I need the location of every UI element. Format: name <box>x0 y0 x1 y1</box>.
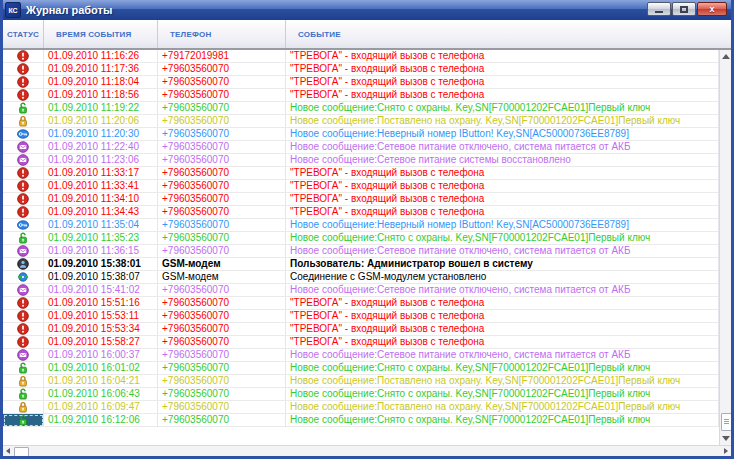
row-phone[interactable]: +79603560070 <box>158 375 286 388</box>
table-row[interactable]: 01.09.2010 16:01:02+79603560070Новое соо… <box>3 362 719 375</box>
row-phone[interactable]: +79603560070 <box>158 388 286 401</box>
row-phone[interactable]: +79603560070 <box>158 336 286 349</box>
row-phone[interactable]: +79603560070 <box>158 206 286 219</box>
close-button[interactable]: x <box>697 2 727 16</box>
alarm-icon[interactable] <box>3 76 44 89</box>
row-phone[interactable]: +79603560070 <box>158 219 286 232</box>
maximize-button[interactable] <box>672 2 696 16</box>
table-row[interactable]: 01.09.2010 11:23:06+79603560070Новое соо… <box>3 154 719 167</box>
row-event[interactable]: Соединение с GSM-модулем установлено <box>286 271 719 284</box>
row-event[interactable]: Новое сообщение:Сетевое питание системы … <box>286 154 719 167</box>
alarm-icon[interactable] <box>3 50 44 63</box>
lock-icon[interactable] <box>3 115 44 128</box>
table-row[interactable]: 01.09.2010 16:04:21+79603560070Новое соо… <box>3 375 719 388</box>
row-phone[interactable]: +79603560070 <box>158 297 286 310</box>
row-phone[interactable]: +79603560070 <box>158 401 286 414</box>
table-row[interactable]: 01.09.2010 15:58:27+79603560070"ТРЕВОГА"… <box>3 336 719 349</box>
row-phone[interactable]: GSM-модем <box>158 271 286 284</box>
table-row[interactable]: 01.09.2010 11:20:30+79603560070Новое соо… <box>3 128 719 141</box>
row-phone[interactable]: +79603560070 <box>158 362 286 375</box>
table-row[interactable]: 01.09.2010 11:17:36+79603560070"ТРЕВОГА"… <box>3 63 719 76</box>
row-phone[interactable]: +79603560070 <box>158 414 286 427</box>
key-icon[interactable] <box>3 219 44 232</box>
column-header-event[interactable]: СОБЫТИЕ <box>286 20 731 48</box>
row-phone[interactable]: +79603560070 <box>158 349 286 362</box>
envelope-icon[interactable] <box>3 154 44 167</box>
horizontal-scroll-thumb[interactable] <box>14 447 29 457</box>
row-phone[interactable]: +79172019981 <box>158 50 286 63</box>
vertical-scroll-thumb[interactable] <box>721 413 732 431</box>
row-time[interactable]: 01.09.2010 11:20:30 <box>44 128 158 141</box>
table-row[interactable]: 01.09.2010 16:00:37+79603560070Новое соо… <box>3 349 719 362</box>
lock-icon[interactable] <box>3 401 44 414</box>
user-icon[interactable] <box>3 258 44 271</box>
column-header-phone[interactable]: ТЕЛЕФОН <box>158 20 286 48</box>
row-event[interactable]: Новое сообщение:Сетевое питание отключен… <box>286 245 719 258</box>
row-time[interactable]: 01.09.2010 16:12:06 <box>44 414 158 427</box>
row-time[interactable]: 01.09.2010 11:33:17 <box>44 167 158 180</box>
row-event[interactable]: "ТРЕВОГА" - входящий вызов с телефона <box>286 310 719 323</box>
row-time[interactable]: 01.09.2010 11:36:15 <box>44 245 158 258</box>
row-event[interactable]: "ТРЕВОГА" - входящий вызов с телефона <box>286 193 719 206</box>
alarm-icon[interactable] <box>3 63 44 76</box>
row-event[interactable]: Новое сообщение:Неверный номер IButton! … <box>286 219 719 232</box>
row-event[interactable]: "ТРЕВОГА" - входящий вызов с телефона <box>286 297 719 310</box>
row-time[interactable]: 01.09.2010 11:35:04 <box>44 219 158 232</box>
row-phone[interactable]: +79603560070 <box>158 232 286 245</box>
row-time[interactable]: 01.09.2010 15:41:02 <box>44 284 158 297</box>
row-event[interactable]: Новое сообщение:Поставлено на охрану. Ke… <box>286 375 719 388</box>
table-row[interactable]: 01.09.2010 11:22:40+79603560070Новое соо… <box>3 141 719 154</box>
unlock-icon[interactable] <box>3 102 44 115</box>
unlock-icon[interactable] <box>3 414 44 427</box>
row-event[interactable]: Новое сообщение:Снято с охраны. Key,SN[F… <box>286 414 719 427</box>
scroll-right-icon[interactable] <box>724 448 728 454</box>
row-phone[interactable]: GSM-модем <box>158 258 286 271</box>
row-time[interactable]: 01.09.2010 15:51:16 <box>44 297 158 310</box>
table-row[interactable]: 01.09.2010 16:09:47+79603560070Новое соо… <box>3 401 719 414</box>
table-row[interactable]: 01.09.2010 16:12:06+79603560070Новое соо… <box>3 414 719 427</box>
column-header-status[interactable]: СТАТУС <box>3 20 44 48</box>
row-time[interactable]: 01.09.2010 16:00:37 <box>44 349 158 362</box>
row-time[interactable]: 01.09.2010 11:23:06 <box>44 154 158 167</box>
row-time[interactable]: 01.09.2010 11:35:23 <box>44 232 158 245</box>
table-row[interactable]: 01.09.2010 11:16:26+79172019981"ТРЕВОГА"… <box>3 50 719 63</box>
row-phone[interactable]: +79603560070 <box>158 167 286 180</box>
row-event[interactable]: Пользователь: Администратор вошел в сист… <box>286 258 719 271</box>
envelope-icon[interactable] <box>3 284 44 297</box>
row-event[interactable]: Новое сообщение:Поставлено на охрану. Ke… <box>286 115 719 128</box>
row-phone[interactable]: +79603560070 <box>158 115 286 128</box>
alarm-icon[interactable] <box>3 167 44 180</box>
table-row[interactable]: 01.09.2010 11:34:10+79603560070"ТРЕВОГА"… <box>3 193 719 206</box>
row-time[interactable]: 01.09.2010 11:18:56 <box>44 89 158 102</box>
lock-icon[interactable] <box>3 375 44 388</box>
table-row[interactable]: 01.09.2010 11:35:23+79603560070Новое соо… <box>3 232 719 245</box>
unlock-icon[interactable] <box>3 388 44 401</box>
row-event[interactable]: "ТРЕВОГА" - входящий вызов с телефона <box>286 180 719 193</box>
key-icon[interactable] <box>3 128 44 141</box>
row-time[interactable]: 01.09.2010 11:34:10 <box>44 193 158 206</box>
table-row[interactable]: 01.09.2010 11:33:41+79603560070"ТРЕВОГА"… <box>3 180 719 193</box>
row-time[interactable]: 01.09.2010 11:19:22 <box>44 102 158 115</box>
row-time[interactable]: 01.09.2010 15:53:34 <box>44 323 158 336</box>
table-row[interactable]: 01.09.2010 11:33:17+79603560070"ТРЕВОГА"… <box>3 167 719 180</box>
row-phone[interactable]: +79603560070 <box>158 323 286 336</box>
alarm-icon[interactable] <box>3 310 44 323</box>
alarm-icon[interactable] <box>3 336 44 349</box>
connect-icon[interactable] <box>3 271 44 284</box>
row-event[interactable]: "ТРЕВОГА" - входящий вызов с телефона <box>286 76 719 89</box>
table-row[interactable]: 01.09.2010 15:38:01GSM-модемПользователь… <box>3 258 719 271</box>
row-time[interactable]: 01.09.2010 16:09:47 <box>44 401 158 414</box>
row-event[interactable]: Новое сообщение:Снято с охраны. Key,SN[F… <box>286 102 719 115</box>
row-phone[interactable]: +79603560070 <box>158 284 286 297</box>
table-row[interactable]: 01.09.2010 15:51:16+79603560070"ТРЕВОГА"… <box>3 297 719 310</box>
row-time[interactable]: 01.09.2010 11:16:26 <box>44 50 158 63</box>
row-phone[interactable]: +79603560070 <box>158 180 286 193</box>
row-event[interactable]: "ТРЕВОГА" - входящий вызов с телефона <box>286 206 719 219</box>
row-phone[interactable]: +79603560070 <box>158 193 286 206</box>
minimize-button[interactable] <box>647 2 671 16</box>
row-time[interactable]: 01.09.2010 15:38:07 <box>44 271 158 284</box>
row-phone[interactable]: +79603560070 <box>158 76 286 89</box>
row-time[interactable]: 01.09.2010 11:17:36 <box>44 63 158 76</box>
envelope-icon[interactable] <box>3 141 44 154</box>
alarm-icon[interactable] <box>3 297 44 310</box>
